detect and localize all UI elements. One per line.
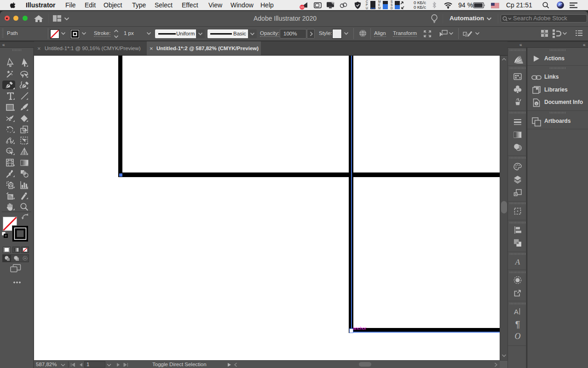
svg-text:¶: ¶ bbox=[515, 319, 520, 329]
svg-text:O: O bbox=[515, 332, 521, 341]
svg-text:A: A bbox=[514, 308, 519, 316]
svg-text:A: A bbox=[515, 258, 520, 266]
svg-text:10: 10 bbox=[300, 5, 304, 9]
